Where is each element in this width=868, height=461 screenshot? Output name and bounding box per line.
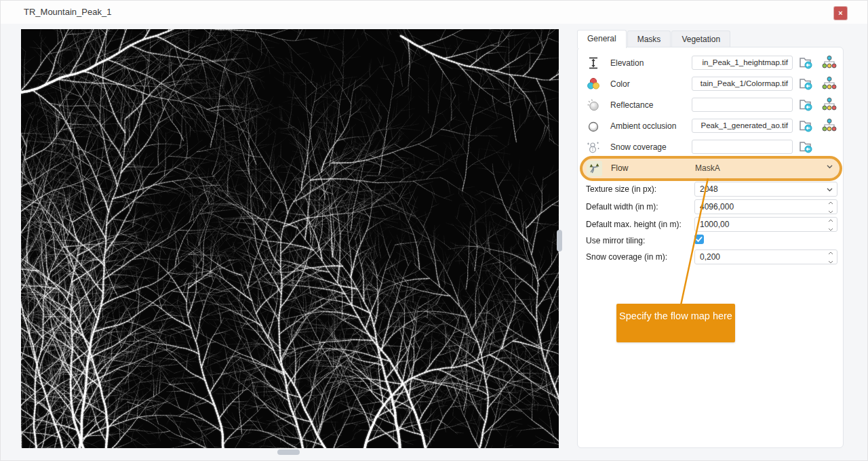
vertical-scrollbar[interactable]: [557, 230, 562, 252]
default-width-input[interactable]: 4096,000: [694, 199, 837, 214]
snow-coverage-m-input[interactable]: 0,200: [694, 249, 837, 264]
settings-panel: Elevation in_Peak_1_heightmap.tif Color …: [577, 47, 844, 448]
texture-row-label: Reflectance: [610, 100, 653, 110]
node-graph-icon[interactable]: [821, 76, 837, 91]
node-graph-icon[interactable]: [821, 55, 837, 70]
folder-import-icon[interactable]: [798, 118, 814, 133]
title-bar: TR_Mountain_Peak_1 ×: [1, 1, 867, 24]
ambient-occlusion-path-field[interactable]: Peak_1_generated_ao.tif: [692, 119, 793, 133]
tab-vegetation[interactable]: Vegetation: [671, 31, 730, 47]
flow-mask-dropdown[interactable]: MaskA: [695, 163, 720, 173]
app-window: TR_Mountain_Peak_1 × General Masks Veget…: [0, 0, 868, 461]
chevron-down-icon[interactable]: [827, 188, 833, 192]
ambient-occlusion-icon: [586, 119, 601, 134]
folder-import-icon[interactable]: [798, 55, 814, 70]
flow-row-highlight: Flow MaskA: [580, 156, 842, 181]
texture-size-value: 2048: [700, 184, 718, 194]
checkmark-icon: [694, 235, 704, 244]
texture-row-label: Color: [610, 79, 630, 89]
folder-import-icon[interactable]: [798, 76, 814, 91]
chevron-down-icon[interactable]: [827, 165, 833, 169]
flow-icon: [587, 161, 602, 176]
texture-row-color: Color tain_Peak_1/Colormap.tif: [578, 74, 843, 94]
flowmap-preview-image: [21, 29, 559, 448]
mirror-tiling-checkbox[interactable]: [694, 235, 704, 244]
texture-row-reflectance: Reflectance: [578, 95, 843, 115]
panel-tabs: General Masks Vegetation: [577, 29, 731, 47]
window-title: TR_Mountain_Peak_1: [24, 7, 111, 17]
spinner-up-down-icon[interactable]: [827, 252, 835, 264]
default-width-value: 4096,000: [700, 202, 734, 212]
spinner-up-down-icon[interactable]: [827, 201, 835, 214]
snow-coverage-path-field[interactable]: [692, 140, 793, 154]
tab-masks[interactable]: Masks: [627, 31, 671, 47]
flow-label: Flow: [611, 163, 628, 173]
folder-import-icon[interactable]: [798, 97, 814, 112]
default-max-height-label: Default max. height (in m):: [586, 220, 682, 229]
texture-row-elevation: Elevation in_Peak_1_heightmap.tif: [578, 53, 843, 73]
default-width-label: Default width (in m):: [586, 202, 658, 212]
snow-icon: [586, 140, 601, 155]
texture-row-label: Snow coverage: [610, 142, 667, 152]
use-mirror-tiling-label: Use mirror tiling:: [586, 236, 645, 245]
spinner-up-down-icon[interactable]: [827, 219, 835, 231]
texture-row-ambient-occlusion: Ambient occlusion Peak_1_generated_ao.ti…: [578, 116, 843, 136]
texture-row-snow-coverage: Snow coverage: [578, 137, 843, 157]
horizontal-scrollbar[interactable]: [277, 449, 300, 455]
color-icon: [586, 77, 601, 92]
texture-size-label: Texture size (in px):: [586, 184, 656, 194]
flowmap-viewport: [21, 29, 559, 448]
close-button[interactable]: ×: [834, 7, 847, 20]
folder-import-icon[interactable]: [798, 139, 814, 154]
color-path-field[interactable]: tain_Peak_1/Colormap.tif: [692, 77, 793, 91]
node-graph-icon[interactable]: [821, 97, 837, 112]
reflectance-icon: [586, 98, 601, 113]
default-max-height-input[interactable]: 1000,00: [694, 217, 837, 232]
snow-coverage-m-value: 0,200: [700, 252, 720, 262]
reflectance-path-field[interactable]: [692, 98, 793, 112]
node-graph-icon[interactable]: [821, 118, 837, 133]
texture-row-label: Elevation: [610, 58, 644, 68]
callout-annotation: Specify the flow map here: [616, 304, 735, 342]
texture-size-dropdown[interactable]: 2048: [694, 182, 837, 197]
default-max-height-value: 1000,00: [700, 220, 729, 229]
texture-row-label: Ambient occlusion: [610, 121, 676, 131]
elevation-path-field[interactable]: in_Peak_1_heightmap.tif: [692, 56, 793, 70]
tab-general[interactable]: General: [577, 30, 627, 48]
elevation-icon: [586, 56, 601, 71]
content-area: General Masks Vegetation Elevation in_Pe…: [1, 24, 867, 460]
snow-coverage-m-label: Snow coverage (in m):: [586, 252, 667, 262]
